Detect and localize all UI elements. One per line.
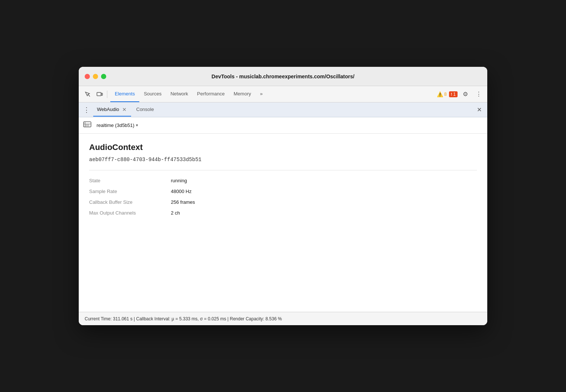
svg-line-0: [88, 94, 90, 97]
main-content: AudioContext aeb07ff7-c880-4703-944b-ff4…: [79, 134, 487, 312]
close-button[interactable]: [85, 74, 90, 79]
subtoolbar: ⋮ WebAudio ✕ Console ✕: [79, 102, 487, 117]
prop-label-buffersize: Callback Buffer Size: [89, 199, 171, 205]
tab-elements[interactable]: Elements: [110, 86, 139, 102]
svg-rect-2: [101, 93, 103, 95]
prop-value-buffersize: 256 frames: [171, 199, 477, 205]
devtools-window: DevTools - musiclab.chromeexperiments.co…: [79, 67, 487, 325]
warning-badge[interactable]: ⚠️ 8: [437, 91, 447, 97]
statusbar: Current Time: 311.061 s | Callback Inter…: [79, 312, 487, 325]
device-icon[interactable]: [94, 88, 105, 100]
error-icon: !: [451, 92, 452, 97]
context-bar: realtime (3d5b51) ▾: [79, 117, 487, 134]
minimize-button[interactable]: [93, 74, 98, 79]
context-dropdown[interactable]: realtime (3d5b51) ▾: [94, 121, 140, 130]
warning-icon: ⚠️: [437, 91, 443, 97]
maximize-button[interactable]: [101, 74, 106, 79]
prop-label-channels: Max Output Channels: [89, 210, 171, 216]
subtoolbar-more-button[interactable]: ⋮: [82, 106, 92, 114]
error-badge[interactable]: ! 1: [449, 91, 458, 97]
subtoolbar-close-button[interactable]: ✕: [474, 105, 484, 115]
prop-value-channels: 2 ch: [171, 210, 477, 216]
settings-button[interactable]: ⚙: [460, 89, 471, 100]
inspect-icon[interactable]: [82, 88, 94, 100]
tab-performance[interactable]: Performance: [193, 86, 229, 102]
toolbar-right: ⚠️ 8 ! 1 ⚙ ⋮: [437, 89, 484, 100]
audio-context-title: AudioContext: [89, 143, 477, 152]
svg-rect-6: [85, 124, 89, 126]
nav-tabs: Elements Sources Network Performance Mem…: [110, 86, 437, 102]
window-title: DevTools - musiclab.chromeexperiments.co…: [212, 74, 355, 79]
subtab-console[interactable]: Console: [133, 103, 158, 117]
dropdown-arrow-icon: ▾: [136, 123, 138, 128]
properties-table: State running Sample Rate 48000 Hz Callb…: [89, 178, 477, 216]
prop-value-samplerate: 48000 Hz: [171, 189, 477, 194]
close-webaudio-tab[interactable]: ✕: [121, 107, 127, 112]
audio-context-id: aeb07ff7-c880-4703-944b-ff47533d5b51: [89, 157, 477, 163]
toolbar-separator: [107, 91, 107, 98]
prop-label-state: State: [89, 178, 171, 183]
titlebar: DevTools - musiclab.chromeexperiments.co…: [79, 67, 487, 86]
main-toolbar: Elements Sources Network Performance Mem…: [79, 86, 487, 102]
more-options-button[interactable]: ⋮: [473, 89, 484, 100]
subtab-webaudio[interactable]: WebAudio ✕: [93, 103, 131, 117]
prop-label-samplerate: Sample Rate: [89, 189, 171, 194]
statusbar-text: Current Time: 311.061 s | Callback Inter…: [85, 316, 282, 321]
audio-context-icon: [83, 120, 91, 130]
content-divider: [89, 170, 477, 170]
tab-memory[interactable]: Memory: [229, 86, 256, 102]
prop-value-state: running: [171, 178, 477, 183]
svg-rect-1: [97, 92, 101, 96]
traffic-lights: [85, 74, 106, 79]
tab-more[interactable]: »: [256, 86, 267, 102]
tab-sources[interactable]: Sources: [139, 86, 166, 102]
tab-network[interactable]: Network: [166, 86, 193, 102]
